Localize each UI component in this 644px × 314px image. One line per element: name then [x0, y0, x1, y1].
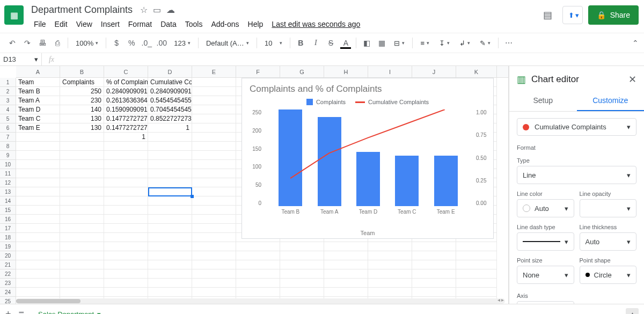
cell[interactable]: 230: [60, 96, 104, 105]
bold-icon[interactable]: B: [294, 36, 308, 50]
cell[interactable]: [368, 288, 412, 297]
cell[interactable]: [192, 87, 236, 96]
h-align-dropdown[interactable]: ≡▾: [416, 39, 434, 47]
row-header[interactable]: 5: [0, 114, 16, 123]
cell[interactable]: [60, 279, 104, 288]
dash-select[interactable]: ▾: [517, 232, 574, 251]
increase-decimal-icon[interactable]: .00: [155, 36, 169, 50]
cell[interactable]: % of Complaints: [104, 78, 148, 87]
col-header[interactable]: B: [60, 66, 104, 77]
cell[interactable]: [148, 178, 192, 187]
cell[interactable]: [16, 206, 60, 215]
cell[interactable]: [104, 224, 148, 233]
cell[interactable]: [148, 269, 192, 279]
cell[interactable]: [148, 242, 192, 251]
star-icon[interactable]: ☆: [140, 5, 148, 15]
cell[interactable]: [192, 133, 236, 142]
menu-edit[interactable]: Edit: [51, 18, 71, 31]
menu-view[interactable]: View: [72, 18, 96, 31]
present-button[interactable]: ⬆▾: [562, 6, 583, 24]
menu-file[interactable]: File: [30, 18, 50, 31]
fill-handle[interactable]: [191, 195, 194, 198]
menu-data[interactable]: Data: [157, 18, 180, 31]
row-header[interactable]: 22: [0, 269, 16, 279]
row-header[interactable]: 23: [0, 279, 16, 288]
point-shape-select[interactable]: Circle ▾: [580, 266, 637, 284]
col-header[interactable]: D: [148, 66, 192, 77]
cell[interactable]: [104, 160, 148, 169]
sheets-logo-icon[interactable]: ▦: [4, 5, 24, 25]
col-header[interactable]: A: [16, 66, 60, 77]
cell[interactable]: [148, 224, 192, 233]
row-header[interactable]: 12: [0, 178, 16, 187]
type-select[interactable]: Line▾: [517, 166, 636, 184]
tab-customize[interactable]: Customize: [577, 91, 645, 111]
cell[interactable]: [104, 269, 148, 279]
rotate-dropdown[interactable]: ✎▾: [475, 39, 495, 47]
row-header[interactable]: 9: [0, 151, 16, 160]
cell[interactable]: [148, 169, 192, 178]
cell[interactable]: [192, 160, 236, 169]
cell[interactable]: [60, 196, 104, 206]
explore-icon[interactable]: ✦: [626, 308, 639, 314]
cell[interactable]: [60, 242, 104, 251]
strikethrough-icon[interactable]: S: [324, 36, 338, 50]
cell[interactable]: [192, 260, 236, 269]
col-header[interactable]: C: [104, 66, 148, 77]
cell[interactable]: [192, 251, 236, 260]
cell[interactable]: [412, 251, 456, 260]
cell[interactable]: [60, 251, 104, 260]
zoom-dropdown[interactable]: 100%▾: [71, 39, 103, 47]
cell[interactable]: [412, 279, 456, 288]
font-size-dropdown[interactable]: 10▾: [260, 39, 287, 47]
cell[interactable]: [148, 206, 192, 215]
cell[interactable]: 140: [60, 105, 104, 114]
cell[interactable]: [16, 187, 60, 196]
cell[interactable]: [16, 142, 60, 151]
cell[interactable]: [16, 215, 60, 224]
cell[interactable]: Complaints: [60, 78, 104, 87]
cell[interactable]: Cumulative Complaints: [148, 78, 192, 87]
cell[interactable]: [192, 242, 236, 251]
cell[interactable]: [60, 187, 104, 196]
col-header[interactable]: E: [192, 66, 236, 77]
cell[interactable]: [192, 233, 236, 242]
cell[interactable]: [60, 215, 104, 224]
cell[interactable]: [148, 279, 192, 288]
cell[interactable]: [16, 133, 60, 142]
cell[interactable]: [368, 260, 412, 269]
tab-setup[interactable]: Setup: [509, 91, 577, 111]
cell[interactable]: [148, 187, 192, 196]
cell[interactable]: [148, 196, 192, 206]
cell[interactable]: [16, 288, 60, 297]
cell[interactable]: [148, 260, 192, 269]
cell[interactable]: 0.5454545455: [148, 96, 192, 105]
cell[interactable]: [60, 151, 104, 160]
cell[interactable]: [324, 251, 368, 260]
cell[interactable]: [104, 233, 148, 242]
cell[interactable]: [104, 151, 148, 160]
cell[interactable]: 0.8522727273: [148, 114, 192, 123]
paint-format-icon[interactable]: ⎙: [50, 36, 64, 50]
cell[interactable]: [16, 269, 60, 279]
line-color-select[interactable]: Auto ▾: [517, 199, 574, 217]
line-opacity-select[interactable]: ▾: [580, 199, 637, 217]
cell[interactable]: [16, 233, 60, 242]
col-header[interactable]: H: [324, 66, 368, 77]
cell[interactable]: [148, 133, 192, 142]
sheet-grid[interactable]: ABCDEFGHIJK 1TeamComplaints% of Complain…: [0, 66, 509, 304]
series-selector[interactable]: Cumulative Complaints ▾: [517, 118, 636, 136]
cell[interactable]: [16, 224, 60, 233]
cell[interactable]: [104, 242, 148, 251]
cell[interactable]: 1: [104, 133, 148, 142]
toolbar-more-icon[interactable]: ⋯: [502, 36, 516, 50]
cell[interactable]: [368, 251, 412, 260]
cell[interactable]: 0.1590909091: [104, 105, 148, 114]
cell[interactable]: [104, 196, 148, 206]
cell[interactable]: Team B: [16, 87, 60, 96]
cell[interactable]: [368, 279, 412, 288]
cell[interactable]: [324, 242, 368, 251]
cell[interactable]: [236, 279, 280, 288]
cell[interactable]: [192, 288, 236, 297]
cell[interactable]: [60, 160, 104, 169]
